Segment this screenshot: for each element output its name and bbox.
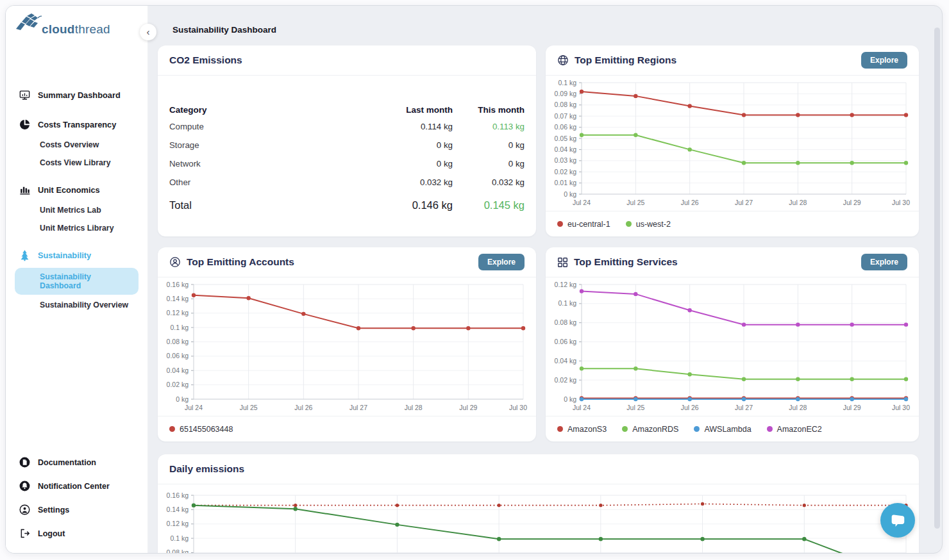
co2-table-total-row: Total 0.146 kg 0.145 kg [169,197,525,214]
legend-label: 651455063448 [180,425,233,434]
svg-text:0.05 kg: 0.05 kg [555,135,577,142]
co2-table-row: Other0.032 kg0.032 kg [169,173,525,192]
tree-icon [19,249,31,261]
svg-text:0 kg: 0 kg [564,190,576,198]
regions-legend: eu-central-1us-west-2 [546,211,919,236]
accounts-chart: 0 kg0.02 kg0.04 kg0.06 kg0.08 kg0.1 kg0.… [163,278,528,416]
category-cell: Storage [169,140,369,150]
svg-text:Jul 25: Jul 25 [240,404,258,411]
svg-text:0.03 kg: 0.03 kg [555,156,577,164]
globe-icon [557,54,569,66]
services-explore-button[interactable]: Explore [861,254,907,270]
sidebar-item-label: Summary Dashboard [38,90,121,100]
sidebar-item-costs-view-library[interactable]: Costs View Library [6,154,147,172]
legend-item-eu-central-1: eu-central-1 [557,220,610,229]
regions-explore-button[interactable]: Explore [861,52,907,69]
daily-line-chart: 0 kg0.02 kg0.04 kg0.06 kg0.08 kg0.1 kg0.… [163,489,911,554]
svg-text:0.06 kg: 0.06 kg [555,123,577,131]
svg-text:0.12 kg: 0.12 kg [167,520,189,527]
regions-card-header: Top Emitting Regions Explore [546,45,919,76]
last-month-cell: 0 kg [369,159,453,169]
sidebar-item-costs-overview[interactable]: Costs Overview [6,136,147,154]
svg-text:Jul 30: Jul 30 [509,404,527,411]
scrollbar-thumb[interactable] [934,28,940,529]
daily-card-header: Daily emissions [158,454,919,484]
services-legend: AmazonS3AmazonRDSAWSLambdaAmazonEC2 [546,416,919,441]
legend-label: us-west-2 [636,220,671,229]
daily-chart: 0 kg0.02 kg0.04 kg0.06 kg0.08 kg0.1 kg0.… [163,489,911,554]
svg-text:Jul 30: Jul 30 [892,199,910,206]
legend-dot [557,426,563,432]
services-chart: 0 kg0.02 kg0.04 kg0.06 kg0.08 kg0.1 kg0.… [551,278,911,416]
services-line-chart: 0 kg0.02 kg0.04 kg0.06 kg0.08 kg0.1 kg0.… [551,278,911,416]
svg-text:0.12 kg: 0.12 kg [555,281,577,288]
svg-text:0.06 kg: 0.06 kg [167,352,189,359]
brand-name: cloudthread [42,22,110,37]
main-content: Sustainability Dashboard CO2 Emissions C… [148,6,942,553]
brand-logo[interactable]: cloudthread [6,6,147,38]
svg-text:Jul 27: Jul 27 [735,199,753,206]
svg-text:Jul 29: Jul 29 [459,404,477,411]
legend-dot [169,426,175,432]
sidebar-item-logout[interactable]: Logout [6,522,147,545]
this-month-cell: 0.032 kg [453,177,525,187]
regions-chart: 0 kg0.01 kg0.02 kg0.03 kg0.04 kg0.05 kg0… [551,76,911,211]
svg-text:Jul 24: Jul 24 [573,404,591,411]
sidebar-item-sustainability[interactable]: Sustainability [6,244,147,267]
sidebar-item-notification-center[interactable]: Notification Center [6,474,147,498]
svg-text:0.04 kg: 0.04 kg [555,145,577,153]
column-this-month: This month [453,105,525,115]
bar-chart-icon [19,184,31,196]
legend-item-us-west-2: us-west-2 [626,220,671,229]
this-month-cell: 0 kg [453,140,525,150]
svg-text:Jul 28: Jul 28 [789,199,807,206]
co2-table-header: Category Last month This month [169,103,525,117]
sidebar-item-documentation[interactable]: Documentation [6,450,147,474]
svg-text:0.14 kg: 0.14 kg [167,295,189,302]
co2-table: Category Last month This month Compute0.… [158,103,536,214]
sidebar-item-label: Notification Center [38,482,110,491]
top-emitting-regions-card: Top Emitting Regions Explore 0 kg0.01 kg… [546,45,919,236]
svg-text:0.06 kg: 0.06 kg [555,338,577,345]
sidebar-item-settings[interactable]: Settings [6,498,147,522]
category-cell: Network [169,159,369,169]
legend-label: AWSLambda [704,425,751,434]
sidebar-item-unit-metrics-library[interactable]: Unit Metrics Library [6,219,147,237]
sidebar-item-unit-metrics-lab[interactable]: Unit Metrics Lab [6,201,147,219]
chat-button[interactable] [880,503,915,538]
sidebar-item-sustainability-dashboard[interactable]: Sustainability Dashboard [15,268,139,295]
logout-icon [19,527,31,539]
sidebar-item-summary-dashboard[interactable]: Summary Dashboard [6,84,147,106]
legend-dot [694,426,700,432]
bell-icon [19,480,31,492]
legend-label: AmazonS3 [567,425,607,434]
accounts-explore-button[interactable]: Explore [478,254,525,270]
sidebar-collapse-button[interactable]: ‹ [140,24,156,40]
top-emitting-accounts-card: Top Emitting Accounts Explore 0 kg0.02 k… [158,247,536,441]
legend-dot [557,221,563,227]
sidebar-item-label: Documentation [38,458,96,467]
svg-text:0.09 kg: 0.09 kg [555,90,577,97]
co2-card-title: CO2 Emissions [169,54,242,66]
svg-text:0.02 kg: 0.02 kg [555,168,577,176]
svg-text:Jul 28: Jul 28 [405,404,423,411]
sidebar-item-costs-transparency[interactable]: Costs Transparency [6,113,147,136]
brand-kite-icon [15,12,44,38]
accounts-card-title: Top Emitting Accounts [187,256,294,268]
grid-icon [557,257,568,268]
sidebar-footer: DocumentationNotification CenterSettings… [6,450,147,553]
svg-text:Jul 24: Jul 24 [185,404,203,411]
pie-chart-icon [19,119,31,131]
sidebar-item-sustainability-overview[interactable]: Sustainability Overview [6,296,147,314]
this-month-cell: 0.113 kg [453,122,525,131]
sidebar-item-unit-economics[interactable]: Unit Economics [6,179,147,201]
daily-card-title: Daily emissions [169,463,244,475]
svg-text:Jul 26: Jul 26 [294,404,312,411]
svg-text:0.01 kg: 0.01 kg [555,179,577,186]
svg-text:0.08 kg: 0.08 kg [167,338,189,345]
last-month-cell: 0 kg [369,140,453,150]
svg-text:0.16 kg: 0.16 kg [167,281,189,288]
legend-label: eu-central-1 [567,220,610,229]
regions-card-title: Top Emitting Regions [575,54,676,66]
svg-text:0.1 kg: 0.1 kg [558,299,576,307]
